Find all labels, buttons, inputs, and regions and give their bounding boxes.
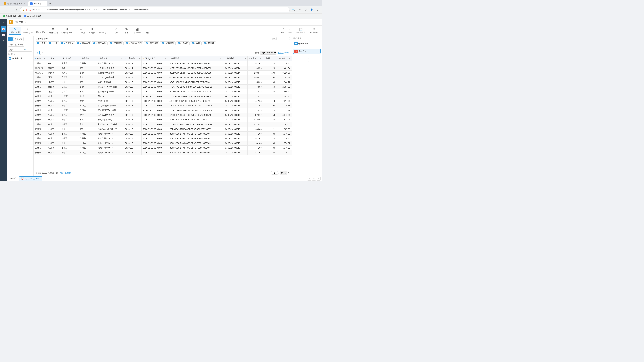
br-btn1[interactable]: ⊞ bbox=[307, 177, 311, 181]
tab2-close[interactable]: ✕ bbox=[42, 2, 45, 5]
col-pc-check[interactable] bbox=[146, 42, 148, 44]
filter-btn[interactable]: ▽ 过滤 bbox=[111, 27, 121, 34]
new-tab-btn[interactable]: + bbox=[48, 1, 53, 6]
app-title-more[interactable]: ··· bbox=[25, 21, 26, 23]
col-sc-check[interactable] bbox=[110, 42, 112, 44]
th-product[interactable]: T 商品名称 ▼ bbox=[96, 56, 123, 61]
br-btn3[interactable]: ⊟ bbox=[317, 177, 321, 181]
rp-sales-table[interactable]: XS 销售明细表 bbox=[293, 41, 321, 46]
col-prod-code[interactable]: T 商品编码 bbox=[144, 41, 160, 45]
col-quantity[interactable]: # 数量 bbox=[190, 41, 202, 45]
col-date[interactable]: ⊙ 日期(年月日) bbox=[124, 41, 144, 45]
col-cat-check[interactable] bbox=[77, 42, 79, 44]
th-cost[interactable]: # 成本额 ▼ bbox=[248, 56, 263, 61]
bottom-tab-sales[interactable]: 📊 商品销售额Top10 bbox=[19, 176, 42, 181]
merge-ud-btn[interactable]: ⇕ 上下合并 bbox=[87, 27, 97, 34]
sidebar-chart[interactable]: 📈 bbox=[1, 32, 6, 38]
col-oc-check[interactable] bbox=[162, 42, 164, 44]
condition-col-btn[interactable]: ≡ 条件标签列 bbox=[47, 27, 59, 34]
col-sales-check[interactable] bbox=[204, 42, 206, 44]
table-right-info: 使用 前1000万行 数据进行计算 bbox=[255, 51, 290, 55]
sidebar-data[interactable]: 📊 bbox=[1, 26, 6, 32]
col-city-check[interactable] bbox=[49, 42, 51, 44]
extension-icon[interactable]: ⚙ bbox=[303, 7, 308, 12]
datasource-sales[interactable]: XS 销售明细表 bbox=[7, 56, 33, 61]
col-date-check[interactable] bbox=[126, 42, 128, 44]
page-down-arrow[interactable]: ▼ bbox=[288, 172, 290, 174]
save-open-btn[interactable]: 全部保存并开更新 bbox=[8, 43, 24, 46]
th-quantity[interactable]: # 数量 ▼ bbox=[263, 56, 276, 61]
col-category[interactable]: T 商品类别 bbox=[76, 41, 91, 45]
total-link[interactable]: 40,514 条数据 bbox=[58, 172, 71, 174]
rp-field-settings[interactable]: To 字段设置 bbox=[293, 49, 321, 54]
col-cost-check[interactable] bbox=[178, 42, 180, 44]
sidebar-settings[interactable]: ⚙ bbox=[1, 38, 6, 44]
tab1-close[interactable]: ✕ bbox=[24, 2, 26, 5]
search-input[interactable] bbox=[9, 49, 24, 51]
menu-icon[interactable]: ⋮ bbox=[315, 7, 320, 12]
col-prod-check[interactable] bbox=[94, 42, 96, 44]
table-cell: 鹤岗店 bbox=[60, 70, 78, 75]
sort-btn[interactable]: ⇅ 排序 bbox=[122, 27, 132, 34]
bookmark-star-icon[interactable]: ☆ bbox=[297, 7, 302, 12]
add-formula-col-btn[interactable]: fx 新增公式列 bbox=[9, 27, 21, 34]
page-size-select[interactable]: 50 bbox=[280, 171, 287, 175]
add-value-col-btn[interactable]: Ā 新增赋值列 bbox=[34, 27, 46, 34]
undo-btn[interactable]: ↩ 撤回 bbox=[287, 27, 294, 34]
th-order-code[interactable]: T 单据编码 ▼ bbox=[223, 56, 248, 61]
bottom-tab-data[interactable]: ⊞ 数据 bbox=[8, 176, 18, 181]
bookmark-2[interactable]: Java互联网架构师... bbox=[24, 14, 46, 18]
col-search-input[interactable] bbox=[276, 37, 290, 40]
rp-add-btn[interactable]: + bbox=[305, 58, 309, 62]
profile-icon[interactable]: 👤 bbox=[309, 7, 314, 12]
col-store-code[interactable]: T 门店编码 bbox=[108, 41, 124, 45]
save-btn[interactable]: 💾 保存并退出 bbox=[295, 27, 307, 34]
compute-btn[interactable]: 数据进行计算 bbox=[278, 51, 290, 54]
merge-lr-btn[interactable]: ⇔ 左右合并 bbox=[76, 27, 86, 34]
add-other-col-btn[interactable]: ⊞ 其他表添加列 bbox=[60, 27, 74, 34]
address-input[interactable]: 🔒 不安全 192.168.171.80:8080/finebi/decisio… bbox=[20, 7, 290, 12]
back-btn[interactable]: ← bbox=[2, 7, 7, 12]
list-view-btn[interactable]: ≡ bbox=[40, 51, 44, 55]
th-date[interactable]: ⊙ 日期(年月日) ▼ bbox=[142, 56, 168, 61]
cancel-all-btn[interactable]: 取消全部选择 bbox=[36, 37, 48, 40]
refresh-btn[interactable]: ↺ 刷新 bbox=[280, 27, 286, 34]
more-btn[interactable]: ··· 更多 bbox=[143, 27, 153, 34]
col-sales[interactable]: # 销售额 bbox=[202, 41, 216, 45]
col-city[interactable]: T 城市 bbox=[48, 41, 59, 45]
col-order-code[interactable]: T 单据编码 bbox=[160, 41, 176, 45]
th-prod-code[interactable]: T 商品编码 ▼ bbox=[168, 56, 223, 61]
rows-select[interactable]: 前1000万行 bbox=[260, 51, 276, 55]
add-summary-col-btn[interactable]: Σ 新增汇总列 bbox=[22, 27, 34, 34]
search-web-icon[interactable]: 🔍 bbox=[291, 7, 296, 12]
th-store-code[interactable]: T 门店编码 ▼ bbox=[124, 56, 142, 61]
add-datasource-btn[interactable]: + bbox=[8, 37, 12, 41]
tab-2[interactable]: 分析主题 ✕ bbox=[28, 1, 47, 6]
forward-btn[interactable]: → bbox=[8, 7, 13, 12]
exit-preview-btn[interactable]: ⊗ 退出并预览 bbox=[308, 27, 320, 34]
save-all-btn[interactable]: 全部保存 bbox=[13, 37, 24, 41]
th-province[interactable]: T 省份 ▼ bbox=[34, 56, 47, 61]
col-province-check[interactable] bbox=[37, 42, 39, 44]
table-cell: 松原店 bbox=[60, 136, 78, 141]
th-sales[interactable]: # 销售额 ▼ bbox=[276, 56, 292, 61]
field-settings-btn[interactable]: ▦ 字段设置 bbox=[132, 27, 142, 34]
br-btn2[interactable]: ≡ bbox=[312, 177, 316, 181]
bookmark-1[interactable]: 电商618数据大屏 bbox=[2, 14, 22, 18]
col-cost[interactable]: # 成本额 bbox=[176, 41, 190, 45]
page-input[interactable] bbox=[271, 171, 278, 175]
group-summary-btn[interactable]: ⊟ 分组汇总 bbox=[98, 27, 108, 34]
th-store[interactable]: T 门店名称 ▼ bbox=[60, 56, 78, 61]
tab-1[interactable]: 电商618数据大屏 ✕ bbox=[2, 1, 28, 6]
th-category[interactable]: T 商品类别 ▼ bbox=[78, 56, 96, 61]
col-product[interactable]: T 商品名称 bbox=[92, 41, 107, 45]
refresh-btn[interactable]: ↺ bbox=[14, 7, 19, 12]
col-province[interactable]: T 省份 bbox=[36, 41, 47, 45]
table-scroll[interactable]: T 省份 ▼ T 城市 ▼ bbox=[34, 56, 292, 170]
grid-view-btn[interactable]: ⊞ bbox=[36, 51, 40, 55]
col-qty-check[interactable] bbox=[192, 42, 194, 44]
sidebar-home[interactable]: ⌂ bbox=[1, 20, 6, 26]
col-store[interactable]: T 门店名称 bbox=[60, 41, 75, 45]
col-store-check[interactable] bbox=[61, 42, 63, 44]
th-city[interactable]: T 城市 ▼ bbox=[47, 56, 60, 61]
